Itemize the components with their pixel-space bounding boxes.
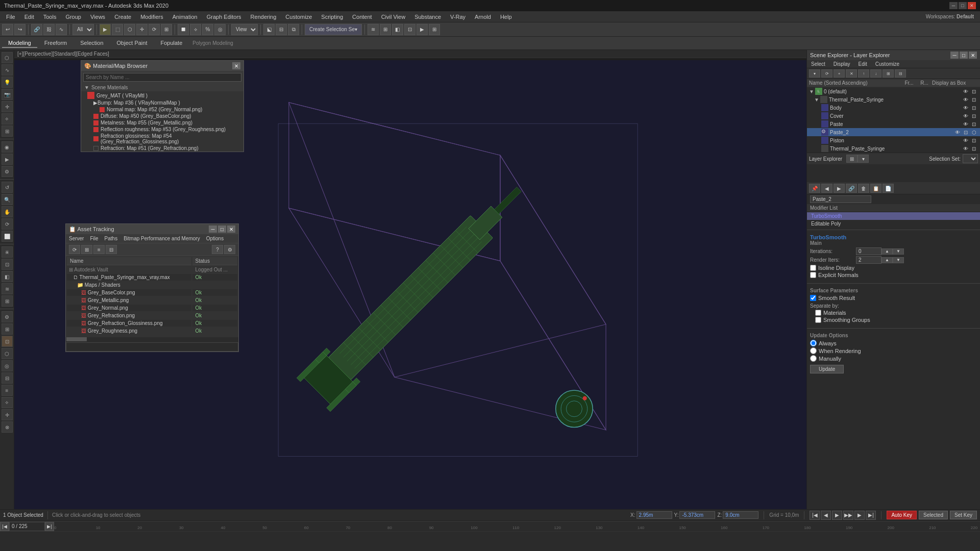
menu-scripting[interactable]: Scripting	[317, 13, 347, 21]
rotate-left-button[interactable]: ↺	[2, 182, 13, 193]
menu-civil-view[interactable]: Civil View	[377, 13, 409, 21]
menu-graph-editors[interactable]: Graph Editors	[203, 13, 246, 21]
selection-set-dropdown[interactable]	[963, 154, 978, 163]
y-coord-input[interactable]	[679, 511, 715, 519]
menu-vray[interactable]: V-Ray	[446, 13, 470, 21]
se-menu-edit[interactable]: Edit	[854, 60, 871, 68]
redo-button[interactable]: ↪	[14, 24, 26, 35]
menu-group[interactable]: Group	[61, 13, 85, 21]
at-menu-server[interactable]: Server	[69, 236, 84, 241]
systems-button[interactable]: ⊞	[2, 126, 13, 137]
move-button[interactable]: ✛	[136, 24, 148, 35]
mat-map-diffuse[interactable]: Diffuse: Map #50 (Grey_BaseColor.png)	[81, 113, 243, 119]
se-down-button[interactable]: ↓	[870, 69, 881, 78]
at-settings-button[interactable]: ⚙	[224, 245, 235, 254]
at-row-file[interactable]: 🗋 Thermal_Paste_Syringe_max_vray.max Ok	[67, 274, 237, 281]
set-key-button[interactable]: Set Key	[950, 511, 977, 519]
menu-content[interactable]: Content	[348, 13, 376, 21]
at-help-button[interactable]: ?	[212, 245, 223, 254]
play-all-button[interactable]: ▶▶	[843, 511, 853, 520]
se-row-piston[interactable]: Piston 👁 ⊡	[807, 136, 980, 144]
extra2-button[interactable]: ◎	[2, 360, 13, 371]
mat-map-bump[interactable]: ▶ Bump: Map #36 ( VRayNormalMap )	[81, 99, 243, 106]
auto-key-button[interactable]: Auto Key	[887, 511, 917, 519]
ts-render-iters-input[interactable]	[856, 256, 881, 264]
scale-button[interactable]: ⊞	[161, 24, 172, 35]
at-menu-paths[interactable]: Paths	[105, 236, 118, 241]
at-row-normal[interactable]: 🖼 Grey_Normal.png Ok	[67, 305, 237, 311]
at-row-roughness[interactable]: 🖼 Grey_Roughness.png Ok	[67, 328, 237, 334]
ts-manually-radio[interactable]	[810, 355, 817, 362]
se-row-thermal-root[interactable]: ▼ Thermal_Paste_Syringe 👁 ⊡	[807, 95, 980, 104]
at-scrollbar[interactable]	[66, 337, 238, 342]
curve-editor-button[interactable]: ≋	[368, 24, 379, 35]
rendered-frame-button[interactable]: ⊞	[429, 24, 440, 35]
se-menu-select[interactable]: Select	[807, 60, 829, 68]
ts-smooth-result-checkbox[interactable]	[810, 295, 816, 301]
object-name-input[interactable]	[810, 195, 871, 203]
animation-button[interactable]: ≋	[2, 283, 13, 294]
ts-iter-up[interactable]: ▲	[881, 248, 893, 255]
ts-smoothing-groups-checkbox[interactable]	[815, 317, 821, 323]
cameras-button[interactable]: 📷	[2, 89, 13, 100]
se-menu-display[interactable]: Display	[829, 60, 854, 68]
se-row-thermal-child[interactable]: Thermal_Paste_Syringe 👁 ⊡	[807, 144, 980, 153]
menu-views[interactable]: Views	[86, 13, 109, 21]
layer-button[interactable]: ⧉	[288, 24, 299, 35]
material-search-input[interactable]	[83, 73, 241, 82]
ts-iterations-input[interactable]	[856, 247, 881, 255]
unlink-button[interactable]: ⛓	[43, 24, 55, 35]
selected-button[interactable]: Selected	[919, 511, 948, 519]
tab-modeling[interactable]: Modeling	[2, 39, 37, 48]
se-row-cover[interactable]: Cover 👁 ⊡	[807, 112, 980, 120]
go-end-button[interactable]: ▶|	[866, 511, 876, 520]
at-list-button[interactable]: ≡	[93, 245, 105, 254]
se-row-paste2[interactable]: ⚙ Paste_2 👁 ⊡ ⬡	[807, 128, 980, 136]
ts-iter-down[interactable]: ▼	[893, 248, 904, 255]
se-row-paste[interactable]: Paste 👁 ⊡	[807, 120, 980, 128]
se-maximize[interactable]: □	[960, 52, 968, 59]
align-button[interactable]: ⊟	[276, 24, 287, 35]
prev-frame-button[interactable]: ◀	[821, 511, 831, 520]
rotate-button[interactable]: ⟳	[149, 24, 160, 35]
asset-tracking-minimize[interactable]: ─	[209, 226, 217, 233]
ts-ri-down[interactable]: ▼	[893, 257, 904, 263]
arc-rotate-button[interactable]: ⟳	[2, 218, 13, 230]
se-up-button[interactable]: ↑	[858, 69, 869, 78]
at-menu-options[interactable]: Options	[206, 236, 224, 241]
z-coord-input[interactable]	[723, 511, 758, 519]
se-expand-button[interactable]: ⊞	[883, 69, 894, 78]
select-object-button[interactable]: ▶	[100, 24, 111, 35]
extra5-button[interactable]: ⟡	[2, 397, 13, 408]
mp-paste-button[interactable]: 📄	[883, 184, 894, 193]
mp-delete-button[interactable]: 🗑	[858, 184, 869, 193]
asset-tracking-maximize[interactable]: □	[218, 226, 226, 233]
minimize-button[interactable]: ─	[949, 2, 958, 9]
percent-snap-button[interactable]: %	[202, 24, 213, 35]
at-row-maps-folder[interactable]: 📁 Maps / Shaders	[67, 282, 237, 288]
menu-file[interactable]: File	[2, 13, 19, 21]
se-row-default[interactable]: ▼ L 0 (default) 👁 ⊡	[807, 87, 980, 95]
select-region-button[interactable]: ⬚	[112, 24, 123, 35]
mp-link-button[interactable]: 🔗	[846, 184, 857, 193]
se-add-layer-button[interactable]: +	[834, 69, 845, 78]
extra4-button[interactable]: ≡	[2, 385, 13, 396]
tab-populate[interactable]: Fopulate	[154, 39, 188, 48]
ts-materials-checkbox[interactable]	[815, 310, 821, 316]
xref-button[interactable]: ⊞	[2, 323, 13, 335]
mp-pin-button[interactable]: 📌	[809, 184, 820, 193]
utilities-button[interactable]: ⚙	[2, 166, 13, 177]
extra1-button[interactable]: ⬡	[2, 348, 13, 359]
menu-customize[interactable]: Customize	[281, 13, 316, 21]
se-row-body[interactable]: Body 👁 ⊡	[807, 104, 980, 112]
create-selection-button[interactable]: Create Selection Se ▾	[305, 24, 362, 35]
menu-tools[interactable]: Tools	[39, 13, 61, 21]
tl-go-start[interactable]: |◀	[0, 522, 9, 531]
mp-next-button[interactable]: ▶	[834, 184, 845, 193]
ts-isoline-checkbox[interactable]	[810, 265, 816, 271]
helpers-button[interactable]: ✛	[2, 101, 13, 112]
menu-modifiers[interactable]: Modifiers	[136, 13, 167, 21]
timeline-scale[interactable]: 0 10 20 30 40 50 60 70 80 90 100 110 120…	[54, 522, 980, 531]
go-start-button[interactable]: |◀	[810, 511, 820, 520]
mat-map-refr-gloss[interactable]: Refraction glossiness: Map #54 (Grey_Ref…	[81, 133, 243, 145]
